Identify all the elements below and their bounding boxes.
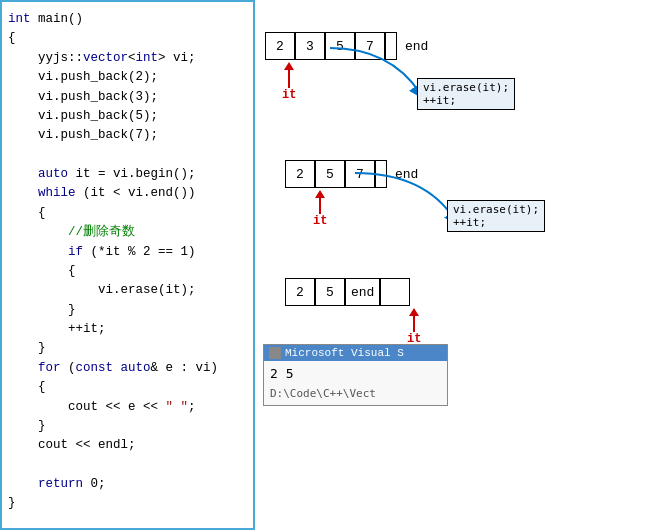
code-line: [8, 146, 247, 165]
code-line: vi.push_back(3);: [8, 88, 247, 107]
console-title: Microsoft Visual S: [285, 347, 404, 359]
code-line: }: [8, 339, 247, 358]
code-line: int main(): [8, 10, 247, 29]
console-titlebar: Microsoft Visual S: [264, 345, 447, 361]
code-line: {: [8, 204, 247, 223]
end-label-2: end: [395, 167, 418, 182]
code-line: vi.push_back(2);: [8, 68, 247, 87]
code-line: cout << endl;: [8, 436, 247, 455]
cell-3: 3: [295, 32, 325, 60]
code-panel: int main() { yyjs::vector<int> vi; vi.pu…: [0, 0, 255, 530]
code-line: ++it;: [8, 320, 247, 339]
console-icon: [269, 347, 281, 359]
code-line: vi.erase(it);: [8, 281, 247, 300]
code-box-2: vi.erase(it); ++it;: [447, 200, 545, 232]
code-box-line: ++it;: [423, 94, 509, 107]
cell-empty: [380, 278, 410, 306]
console-output-1: 2 5: [270, 364, 441, 385]
cell-end-2: [375, 160, 387, 188]
cell-2: 2: [265, 32, 295, 60]
code-line: //删除奇数: [8, 223, 247, 242]
it-arrow-3: it: [407, 308, 421, 346]
cell-5: 5: [325, 32, 355, 60]
array-row-3: 2 5 end: [285, 278, 410, 306]
cell-7b: 7: [345, 160, 375, 188]
code-line: {: [8, 262, 247, 281]
code-line: for (const auto& e : vi): [8, 359, 247, 378]
code-line: {: [8, 378, 247, 397]
code-line: cout << e << " ";: [8, 398, 247, 417]
code-line: vi.push_back(7);: [8, 126, 247, 145]
code-line: }: [8, 417, 247, 436]
code-box-1: vi.erase(it); ++it;: [417, 78, 515, 110]
console-window: Microsoft Visual S 2 5 D:\Code\C++\Vect: [263, 344, 448, 406]
cell-end-3: end: [345, 278, 380, 306]
cell-2c: 2: [285, 278, 315, 306]
it-arrow-2: it: [313, 190, 327, 228]
code-line: [8, 456, 247, 475]
array-row-1: 2 3 5 7 end: [265, 32, 428, 60]
cell-5c: 5: [315, 278, 345, 306]
code-box-line: ++it;: [453, 216, 539, 229]
cell-end-1: [385, 32, 397, 60]
code-line: vi.push_back(5);: [8, 107, 247, 126]
it-arrow-1: it: [282, 62, 296, 102]
code-line: yyjs::vector<int> vi;: [8, 49, 247, 68]
code-line: {: [8, 29, 247, 48]
code-box-line: vi.erase(it);: [453, 203, 539, 216]
console-body: 2 5 D:\Code\C++\Vect: [264, 361, 447, 405]
code-line: if (*it % 2 == 1): [8, 243, 247, 262]
cell-2b: 2: [285, 160, 315, 188]
code-line: }: [8, 301, 247, 320]
code-line: }: [8, 494, 247, 513]
code-line: return 0;: [8, 475, 247, 494]
cell-7: 7: [355, 32, 385, 60]
cell-5b: 5: [315, 160, 345, 188]
code-line: while (it < vi.end()): [8, 184, 247, 203]
code-line: auto it = vi.begin();: [8, 165, 247, 184]
array-row-2: 2 5 7 end: [285, 160, 418, 188]
console-output-2: D:\Code\C++\Vect: [270, 385, 441, 403]
code-box-line: vi.erase(it);: [423, 81, 509, 94]
diagram-panel: 2 3 5 7 end it vi.erase(it); ++it; 2 5 7…: [255, 0, 658, 530]
end-label-1: end: [405, 39, 428, 54]
